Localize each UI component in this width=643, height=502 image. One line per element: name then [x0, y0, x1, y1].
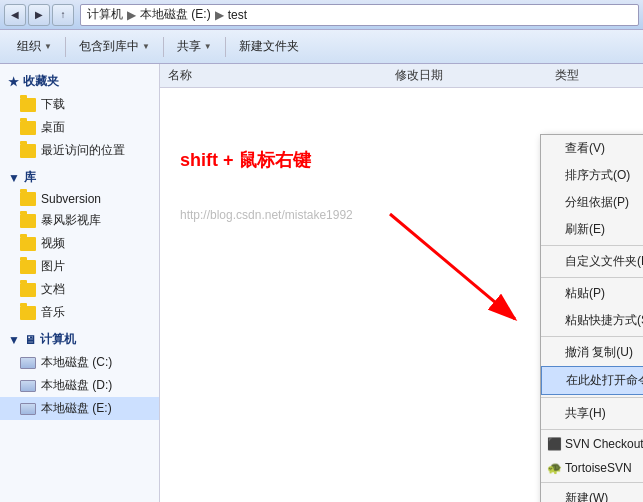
- ctx-refresh-label: 刷新(E): [565, 221, 605, 238]
- ctx-sep6: [541, 482, 643, 483]
- ctx-open-cmd-label: 在此处打开命令窗口(W): [566, 372, 643, 389]
- instruction-text: shift + 鼠标右键: [180, 148, 311, 172]
- organize-arrow: ▼: [44, 42, 52, 51]
- ctx-new-label: 新建(W): [565, 490, 608, 502]
- libraries-label: 库: [24, 169, 36, 186]
- sidebar-item-video[interactable]: 视频: [0, 232, 159, 255]
- ctx-paste-label: 粘贴(P): [565, 285, 605, 302]
- nav-buttons: ◀ ▶ ↑: [4, 4, 74, 26]
- sidebar-item-subversion-label: Subversion: [41, 192, 101, 206]
- favorites-section: ★ 收藏夹 下载 桌面 最近访问的位置: [0, 70, 159, 162]
- ctx-svn-checkout[interactable]: ⬛ SVN Checkout...: [541, 432, 643, 456]
- drive-e-icon: [20, 403, 36, 415]
- share-arrow: ▼: [204, 42, 212, 51]
- folder-icon: [20, 237, 36, 251]
- toolbar-sep2: [163, 37, 164, 57]
- ctx-share-label: 共享(H): [565, 405, 606, 422]
- drive-d-icon: [20, 380, 36, 392]
- sidebar-item-drive-c[interactable]: 本地磁盘 (C:): [0, 351, 159, 374]
- library-expand-icon: ▼: [8, 171, 20, 185]
- sidebar-item-pictures[interactable]: 图片: [0, 255, 159, 278]
- toolbar-sep1: [65, 37, 66, 57]
- ctx-sort[interactable]: 排序方式(O) ▶: [541, 162, 643, 189]
- content-area: 名称 修改日期 类型 shift + 鼠标右键 http://blog.csdn…: [160, 64, 643, 502]
- main-layout: ★ 收藏夹 下载 桌面 最近访问的位置 ▼ 库: [0, 64, 643, 502]
- libraries-header[interactable]: ▼ 库: [0, 166, 159, 189]
- ctx-view[interactable]: 查看(V) ▶: [541, 135, 643, 162]
- sidebar-item-download[interactable]: 下载: [0, 93, 159, 116]
- new-folder-button[interactable]: 新建文件夹: [230, 34, 308, 60]
- ctx-group-label: 分组依据(P): [565, 194, 629, 211]
- sidebar-item-video-label: 视频: [41, 235, 65, 252]
- sidebar-item-drive-d-label: 本地磁盘 (D:): [41, 377, 112, 394]
- share-button[interactable]: 共享 ▼: [168, 34, 221, 60]
- new-folder-label: 新建文件夹: [239, 38, 299, 55]
- back-button[interactable]: ◀: [4, 4, 26, 26]
- organize-button[interactable]: 组织 ▼: [8, 34, 61, 60]
- svn-checkout-icon: ⬛: [546, 436, 562, 452]
- content-body: shift + 鼠标右键 http://blog.csdn.net/mistak…: [160, 88, 643, 104]
- sidebar-item-drive-c-label: 本地磁盘 (C:): [41, 354, 112, 371]
- include-library-button[interactable]: 包含到库中 ▼: [70, 34, 159, 60]
- sidebar-item-baofeng[interactable]: 暴风影视库: [0, 209, 159, 232]
- sidebar-item-docs[interactable]: 文档: [0, 278, 159, 301]
- col-date-header: 修改日期: [395, 67, 555, 84]
- tortoise-svn-icon: 🐢: [546, 460, 562, 476]
- address-computer: 计算机: [87, 6, 123, 23]
- ctx-view-label: 查看(V): [565, 140, 605, 157]
- red-arrow: [360, 204, 560, 347]
- ctx-sep2: [541, 277, 643, 278]
- drive-c-icon: [20, 357, 36, 369]
- sidebar-item-drive-e[interactable]: 本地磁盘 (E:): [0, 397, 159, 420]
- computer-header[interactable]: ▼ 🖥 计算机: [0, 328, 159, 351]
- address-bar[interactable]: 计算机 ▶ 本地磁盘 (E:) ▶ test: [80, 4, 639, 26]
- ctx-sort-label: 排序方式(O): [565, 167, 630, 184]
- sidebar-item-desktop-label: 桌面: [41, 119, 65, 136]
- ctx-new[interactable]: 新建(W) ▶: [541, 485, 643, 502]
- folder-icon: [20, 214, 36, 228]
- computer-section: ▼ 🖥 计算机 本地磁盘 (C:) 本地磁盘 (D:) 本地磁盘 (E:): [0, 328, 159, 420]
- ctx-customize[interactable]: 自定义文件夹(F)...: [541, 248, 643, 275]
- ctx-paste[interactable]: 粘贴(P): [541, 280, 643, 307]
- ctx-sep4: [541, 397, 643, 398]
- ctx-refresh[interactable]: 刷新(E): [541, 216, 643, 243]
- toolbar: 组织 ▼ 包含到库中 ▼ 共享 ▼ 新建文件夹: [0, 30, 643, 64]
- ctx-svn-checkout-label: SVN Checkout...: [565, 437, 643, 451]
- favorites-label: 收藏夹: [23, 73, 59, 90]
- ctx-group[interactable]: 分组依据(P) ▶: [541, 189, 643, 216]
- context-menu: 查看(V) ▶ 排序方式(O) ▶ 分组依据(P) ▶ 刷新(E) 自定义文件夹…: [540, 134, 643, 502]
- address-folder: test: [228, 8, 247, 22]
- computer-expand-icon: ▼: [8, 333, 20, 347]
- sidebar-item-drive-d[interactable]: 本地磁盘 (D:): [0, 374, 159, 397]
- ctx-open-cmd[interactable]: 在此处打开命令窗口(W): [541, 366, 643, 395]
- ctx-sep1: [541, 245, 643, 246]
- include-library-arrow: ▼: [142, 42, 150, 51]
- folder-icon: [20, 144, 36, 158]
- folder-icon: [20, 306, 36, 320]
- sidebar-item-recent[interactable]: 最近访问的位置: [0, 139, 159, 162]
- address-drive: 本地磁盘 (E:): [140, 6, 211, 23]
- folder-icon: [20, 283, 36, 297]
- libraries-section: ▼ 库 Subversion 暴风影视库 视频 图片 文档: [0, 166, 159, 324]
- ctx-share[interactable]: 共享(H) ▶: [541, 400, 643, 427]
- ctx-sep5: [541, 429, 643, 430]
- sidebar-item-pictures-label: 图片: [41, 258, 65, 275]
- watermark: http://blog.csdn.net/mistake1992: [180, 208, 353, 222]
- sidebar-item-desktop[interactable]: 桌面: [0, 116, 159, 139]
- sidebar-item-baofeng-label: 暴风影视库: [41, 212, 101, 229]
- share-label: 共享: [177, 38, 201, 55]
- sidebar-item-download-label: 下载: [41, 96, 65, 113]
- col-name-header: 名称: [168, 67, 395, 84]
- svg-line-1: [390, 214, 515, 319]
- ctx-tortoise-svn-label: TortoiseSVN: [565, 461, 632, 475]
- sidebar-item-subversion[interactable]: Subversion: [0, 189, 159, 209]
- sidebar-item-music-label: 音乐: [41, 304, 65, 321]
- computer-icon: 🖥: [24, 333, 36, 347]
- ctx-tortoise-svn[interactable]: 🐢 TortoiseSVN ▶: [541, 456, 643, 480]
- favorites-header[interactable]: ★ 收藏夹: [0, 70, 159, 93]
- ctx-paste-shortcut[interactable]: 粘贴快捷方式(S): [541, 307, 643, 334]
- forward-button[interactable]: ▶: [28, 4, 50, 26]
- sidebar-item-music[interactable]: 音乐: [0, 301, 159, 324]
- up-button[interactable]: ↑: [52, 4, 74, 26]
- ctx-undo[interactable]: 撤消 复制(U) Ctrl+Z: [541, 339, 643, 366]
